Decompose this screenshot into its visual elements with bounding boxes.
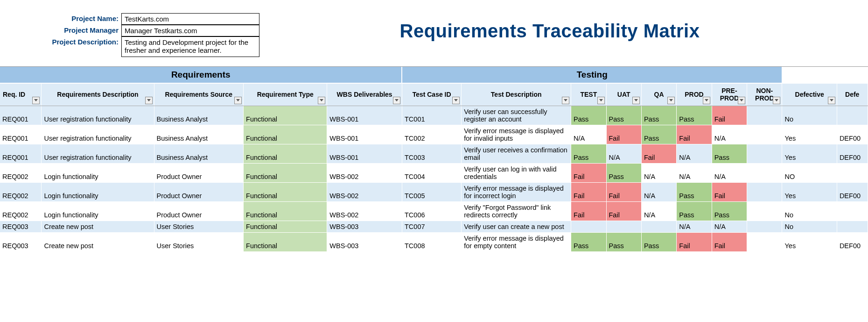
cell[interactable]: Functional bbox=[244, 221, 327, 232]
cell[interactable]: TC004 bbox=[402, 163, 461, 182]
filter-dropdown-icon[interactable] bbox=[318, 97, 325, 104]
cell[interactable]: REQ001 bbox=[0, 125, 42, 144]
cell[interactable]: Create new post bbox=[42, 221, 154, 232]
project-description-value[interactable]: Testing and Development project for the … bbox=[121, 36, 259, 57]
cell[interactable]: N/A bbox=[677, 221, 712, 232]
cell[interactable]: N/A bbox=[712, 221, 747, 232]
cell[interactable]: TC003 bbox=[402, 144, 461, 163]
table-row[interactable]: REQ001User registration functionalityBus… bbox=[0, 144, 868, 163]
cell[interactable]: WBS-001 bbox=[327, 106, 402, 125]
cell[interactable]: N/A bbox=[571, 125, 606, 144]
filter-dropdown-icon[interactable] bbox=[562, 97, 569, 104]
cell[interactable]: Yes bbox=[782, 125, 837, 144]
filter-dropdown-icon[interactable] bbox=[32, 97, 40, 104]
col-env-prod[interactable]: PROD bbox=[677, 83, 712, 106]
cell[interactable]: Functional bbox=[244, 144, 327, 163]
col-env-qa[interactable]: QA bbox=[641, 83, 676, 106]
cell[interactable]: Functional bbox=[244, 232, 327, 251]
col-env-test[interactable]: TEST bbox=[571, 83, 606, 106]
cell[interactable]: Fail bbox=[606, 182, 641, 201]
cell[interactable]: Verify user can log in with valid creden… bbox=[462, 163, 571, 182]
cell[interactable]: WBS-003 bbox=[327, 232, 402, 251]
cell[interactable]: WBS-003 bbox=[327, 221, 402, 232]
cell[interactable]: Verify "Forgot Password" link redirects … bbox=[462, 201, 571, 221]
cell[interactable]: Fail bbox=[571, 201, 606, 221]
filter-dropdown-icon[interactable] bbox=[145, 97, 153, 104]
cell[interactable]: N/A bbox=[641, 182, 676, 201]
cell[interactable]: Fail bbox=[606, 125, 641, 144]
cell[interactable]: TC006 bbox=[402, 201, 461, 221]
cell[interactable]: WBS-001 bbox=[327, 144, 402, 163]
filter-dropdown-icon[interactable] bbox=[597, 97, 605, 104]
cell[interactable]: N/A bbox=[677, 163, 712, 182]
cell[interactable] bbox=[747, 144, 782, 163]
filter-dropdown-icon[interactable] bbox=[738, 97, 745, 104]
cell[interactable] bbox=[747, 232, 782, 251]
filter-dropdown-icon[interactable] bbox=[828, 97, 835, 104]
filter-dropdown-icon[interactable] bbox=[703, 97, 710, 104]
cell[interactable]: Create new post bbox=[42, 232, 154, 251]
col-defectid[interactable]: Defe bbox=[837, 83, 868, 106]
cell[interactable] bbox=[606, 221, 641, 232]
cell[interactable]: WBS-001 bbox=[327, 125, 402, 144]
cell[interactable]: REQ003 bbox=[0, 221, 42, 232]
cell[interactable] bbox=[837, 106, 868, 125]
col-tcid[interactable]: Test Case ID bbox=[402, 83, 461, 106]
filter-dropdown-icon[interactable] bbox=[452, 97, 460, 104]
cell[interactable]: Fail bbox=[677, 125, 712, 144]
cell[interactable]: TC005 bbox=[402, 182, 461, 201]
cell[interactable]: N/A bbox=[606, 144, 641, 163]
cell[interactable]: Pass bbox=[677, 201, 712, 221]
cell[interactable]: Pass bbox=[641, 106, 676, 125]
table-row[interactable]: REQ002Login functionalityProduct OwnerFu… bbox=[0, 201, 868, 221]
cell[interactable]: DEF00 bbox=[837, 182, 868, 201]
cell[interactable]: DEF00 bbox=[837, 232, 868, 251]
cell[interactable]: Functional bbox=[244, 182, 327, 201]
cell[interactable]: Login functionality bbox=[42, 201, 154, 221]
cell[interactable]: Verify user can successfully register an… bbox=[462, 106, 571, 125]
cell[interactable]: Functional bbox=[244, 163, 327, 182]
cell[interactable]: User Stories bbox=[154, 232, 244, 251]
cell[interactable]: REQ001 bbox=[0, 144, 42, 163]
cell[interactable]: User registration functionality bbox=[42, 125, 154, 144]
cell[interactable]: Login functionality bbox=[42, 182, 154, 201]
cell[interactable] bbox=[747, 221, 782, 232]
cell[interactable]: TC002 bbox=[402, 125, 461, 144]
cell[interactable]: TC001 bbox=[402, 106, 461, 125]
cell[interactable]: NO bbox=[782, 163, 837, 182]
cell[interactable]: N/A bbox=[641, 163, 676, 182]
cell[interactable]: Product Owner bbox=[154, 182, 244, 201]
table-row[interactable]: REQ002Login functionalityProduct OwnerFu… bbox=[0, 163, 868, 182]
cell[interactable]: Pass bbox=[571, 232, 606, 251]
cell[interactable]: Yes bbox=[782, 144, 837, 163]
cell[interactable]: Fail bbox=[571, 182, 606, 201]
cell[interactable]: User Stories bbox=[154, 221, 244, 232]
cell[interactable] bbox=[747, 125, 782, 144]
cell[interactable]: No bbox=[782, 221, 837, 232]
cell[interactable]: REQ002 bbox=[0, 163, 42, 182]
cell[interactable]: Pass bbox=[606, 163, 641, 182]
cell[interactable]: Pass bbox=[606, 106, 641, 125]
filter-dropdown-icon[interactable] bbox=[632, 97, 640, 104]
cell[interactable]: Yes bbox=[782, 182, 837, 201]
cell[interactable] bbox=[747, 163, 782, 182]
cell[interactable]: N/A bbox=[641, 201, 676, 221]
cell[interactable] bbox=[747, 106, 782, 125]
col-env-uat[interactable]: UAT bbox=[606, 83, 641, 106]
cell[interactable] bbox=[747, 182, 782, 201]
table-row[interactable]: REQ003Create new postUser StoriesFunctio… bbox=[0, 232, 868, 251]
cell[interactable]: TC007 bbox=[402, 221, 461, 232]
cell[interactable]: Fail bbox=[712, 106, 747, 125]
cell[interactable]: User registration functionality bbox=[42, 106, 154, 125]
cell[interactable]: WBS-002 bbox=[327, 201, 402, 221]
cell[interactable]: Pass bbox=[606, 232, 641, 251]
cell[interactable]: Pass bbox=[677, 106, 712, 125]
cell[interactable]: Business Analyst bbox=[154, 106, 244, 125]
cell[interactable]: WBS-002 bbox=[327, 163, 402, 182]
cell[interactable] bbox=[837, 221, 868, 232]
cell[interactable]: Pass bbox=[641, 232, 676, 251]
cell[interactable]: N/A bbox=[712, 163, 747, 182]
cell[interactable]: Pass bbox=[712, 201, 747, 221]
cell[interactable]: Pass bbox=[677, 182, 712, 201]
cell[interactable]: Pass bbox=[712, 144, 747, 163]
